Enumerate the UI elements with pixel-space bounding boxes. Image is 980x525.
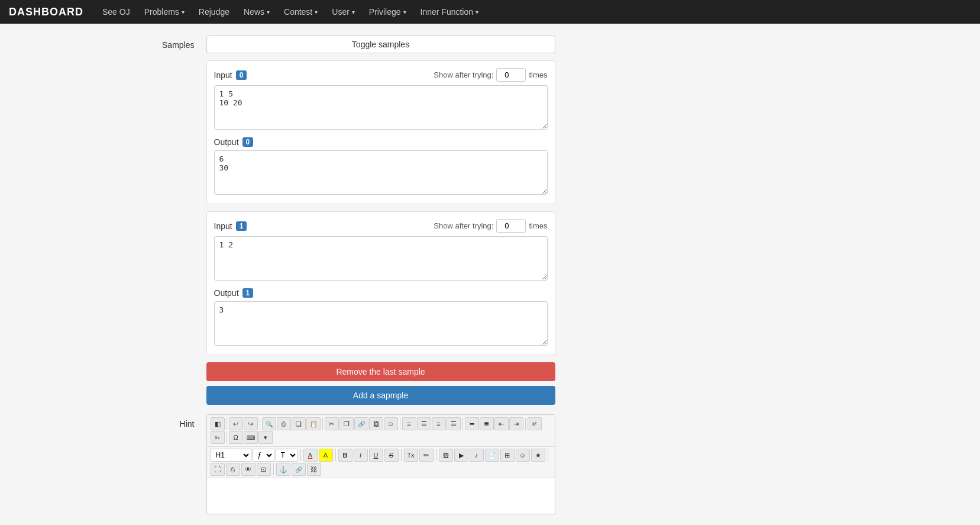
undo-icon[interactable]: ↩ — [229, 417, 243, 430]
output-header-1: Output 1 — [214, 288, 548, 298]
copy-icon[interactable]: ❏ — [292, 417, 306, 430]
selectall-icon[interactable]: ⊡ — [257, 463, 271, 476]
chevron-down-icon: ▾ — [403, 9, 406, 15]
toggle-samples-button[interactable]: Toggle samples — [206, 36, 555, 53]
chevron-down-icon: ▾ — [315, 9, 318, 15]
more-icon[interactable]: ▾ — [258, 431, 273, 444]
samples-section: Samples Toggle samples Input 0 Show afte… — [135, 36, 845, 412]
list-ordered-icon[interactable]: ≔ — [465, 417, 479, 430]
list-unordered-icon[interactable]: ≣ — [480, 417, 494, 430]
input-textarea-1[interactable]: 1 2 — [214, 236, 548, 281]
underline-icon[interactable]: U — [369, 449, 383, 462]
bold-icon[interactable]: B — [338, 449, 352, 462]
emoticon2-icon[interactable]: ☺ — [516, 449, 530, 462]
font-family-dropdown[interactable]: ƒ — [253, 449, 274, 462]
output-badge-0: 0 — [242, 137, 254, 147]
input-badge-1: 1 — [236, 221, 247, 231]
nav-item-user[interactable]: User ▾ — [325, 0, 362, 24]
samples-label: Samples — [147, 36, 195, 50]
nav-item-contest[interactable]: Contest ▾ — [277, 0, 325, 24]
link-icon[interactable]: 🔗 — [354, 417, 368, 430]
output-label-1: Output 1 — [214, 288, 254, 298]
special2-icon[interactable]: ★ — [531, 449, 545, 462]
nav-label-inner-function: Inner Function — [421, 7, 474, 17]
unlink-icon[interactable]: ⛓ — [307, 463, 321, 476]
main-content: Samples Toggle samples Input 0 Show afte… — [135, 24, 845, 525]
highlight-icon[interactable]: A — [319, 449, 333, 462]
nav-item-privilege[interactable]: Privilege ▾ — [362, 0, 413, 24]
toolbar-separator — [300, 449, 301, 461]
source-icon[interactable]: ◧ — [211, 417, 225, 430]
clear-format-icon[interactable]: Tx — [404, 449, 418, 462]
input-header-0: Input 0 Show after trying: times — [214, 68, 548, 82]
outdent-icon[interactable]: ⇤ — [494, 417, 509, 430]
times-label-1: times — [529, 221, 547, 230]
chevron-down-icon: ▾ — [476, 9, 478, 15]
show-after-input-1[interactable] — [496, 219, 526, 233]
nav-label-see-oj: See OJ — [102, 7, 130, 17]
remove-last-sample-button[interactable]: Remove the last sample — [206, 362, 555, 381]
zoom-in-icon[interactable]: 🔍 — [262, 417, 276, 430]
align-center-icon[interactable]: ☰ — [417, 417, 431, 430]
copy2-icon[interactable]: ❐ — [339, 417, 354, 430]
show-after-input-0[interactable] — [496, 68, 526, 82]
cut-icon[interactable]: ✂ — [325, 417, 339, 430]
nav-item-news[interactable]: News ▾ — [237, 0, 277, 24]
brand[interactable]: DASHBOARD — [9, 6, 83, 18]
link2-icon[interactable]: 🔗 — [292, 463, 306, 476]
font-size-dropdown[interactable]: T — [276, 449, 298, 462]
times-label-0: times — [529, 70, 547, 79]
image-icon[interactable]: 🖼 — [369, 417, 383, 430]
paste-icon[interactable]: 📋 — [306, 417, 321, 430]
show-after-0: Show after trying: times — [434, 68, 547, 82]
input-textarea-0[interactable]: 1 5 10 20 — [214, 85, 548, 130]
redo-icon[interactable]: ↪ — [244, 417, 258, 430]
output-textarea-1[interactable]: 3 — [214, 301, 548, 346]
input-text-0: Input — [214, 70, 232, 80]
align-right-icon[interactable]: ≡ — [432, 417, 446, 430]
expand-icon[interactable]: ⛶ — [211, 463, 225, 476]
image2-icon[interactable]: 🖼 — [439, 449, 453, 462]
emoticon-icon[interactable]: ☺ — [384, 417, 398, 430]
hint-label: Hint — [147, 414, 195, 429]
navbar: DASHBOARD See OJ Problems ▾ Rejudge News… — [0, 0, 980, 24]
input-badge-0: 0 — [236, 70, 247, 80]
align-left-icon[interactable]: ≡ — [402, 417, 416, 430]
draw-icon[interactable]: ✏ — [419, 449, 434, 462]
indent-icon[interactable]: ⇥ — [509, 417, 523, 430]
print-icon[interactable]: ⎙ — [277, 417, 291, 430]
code-icon[interactable]: ⌨ — [244, 431, 258, 444]
preview-icon[interactable]: 👁 — [241, 463, 255, 476]
h1-dropdown[interactable]: H1H2H3Normal — [211, 449, 251, 462]
output-badge-1: 1 — [242, 288, 254, 298]
strikethrough-icon[interactable]: S — [384, 449, 399, 462]
print2-icon[interactable]: ⎙ — [226, 463, 240, 476]
table-icon[interactable]: ⊞ — [500, 449, 515, 462]
input-label-0: Input 0 — [214, 70, 247, 80]
input-text-1: Input — [214, 221, 232, 231]
output-textarea-0[interactable]: 6 30 — [214, 150, 548, 195]
video-icon[interactable]: ▶ — [454, 449, 468, 462]
toolbar-separator — [401, 449, 402, 461]
nav-item-problems[interactable]: Problems ▾ — [137, 0, 192, 24]
nav-item-see-oj[interactable]: See OJ — [95, 0, 137, 24]
sample-block-1: Input 1 Show after trying: times 1 2 Out… — [206, 211, 555, 355]
nav-label-user: User — [332, 7, 350, 17]
anchor-icon[interactable]: ⚓ — [276, 463, 290, 476]
italic-icon[interactable]: I — [354, 449, 368, 462]
audio-icon[interactable]: ♪ — [470, 449, 484, 462]
nav-item-rejudge[interactable]: Rejudge — [192, 0, 237, 24]
nav-item-inner-function[interactable]: Inner Function ▾ — [413, 0, 486, 24]
hint-editor-area[interactable] — [207, 478, 555, 514]
file-icon[interactable]: 📄 — [485, 449, 499, 462]
toolbar-separator — [227, 418, 227, 430]
toolbar-separator — [335, 449, 336, 461]
superscript-icon[interactable]: x² — [528, 417, 542, 430]
special-char-icon[interactable]: Ω — [229, 431, 243, 444]
toolbar-separator — [400, 418, 400, 430]
output-header-0: Output 0 — [214, 137, 548, 147]
align-justify-icon[interactable]: ☰ — [447, 417, 461, 430]
subscript-icon[interactable]: x₂ — [211, 431, 225, 444]
font-color-icon[interactable]: A — [303, 449, 318, 462]
add-sample-button[interactable]: Add a sapmple — [206, 386, 555, 405]
